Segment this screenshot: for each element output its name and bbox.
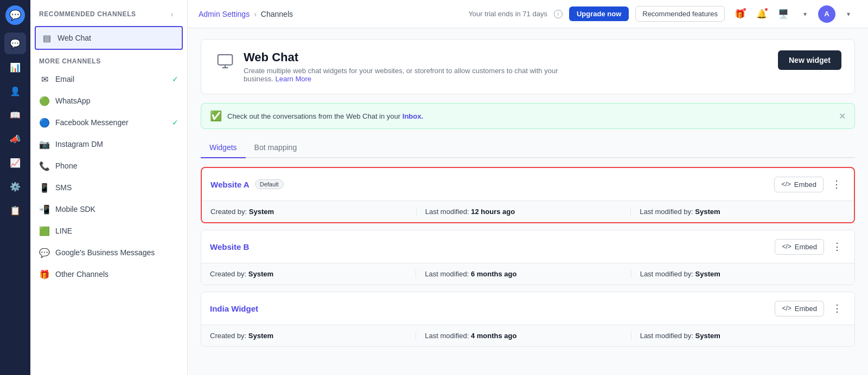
sidebar-item-email[interactable]: ✉ Email ✓	[30, 68, 187, 90]
sidebar-item-web-chat[interactable]: ▤ Web Chat	[35, 26, 183, 50]
more-channels-header: More Channels	[30, 51, 187, 68]
nav-contacts[interactable]: 👤	[4, 80, 26, 102]
recommended-features-button[interactable]: Recommended features	[635, 6, 725, 22]
sidebar-item-mobile-sdk[interactable]: 📲 Mobile SDK	[30, 198, 187, 220]
chevron-down-icon[interactable]: ▾	[796, 5, 814, 23]
learn-more-link[interactable]: Learn More	[276, 75, 311, 83]
main-content: Admin Settings › Channels Your trial end…	[188, 0, 868, 375]
widget-actions-india: </> Embed ⋮	[775, 300, 846, 317]
other-channels-icon: 🎁	[39, 269, 50, 280]
line-icon: 🟩	[39, 225, 50, 236]
svg-rect-0	[218, 55, 233, 65]
last-modified-india: Last modified: 4 months ago	[425, 332, 631, 340]
breadcrumb-admin-settings[interactable]: Admin Settings	[199, 10, 250, 18]
content-area: Web Chat Create multiple web chat widget…	[188, 28, 868, 375]
info-icon[interactable]: i	[554, 10, 563, 18]
facebook-icon: 🔵	[39, 117, 50, 128]
recommended-channels-header: Recommended Channels ‹	[30, 0, 187, 25]
more-button-a[interactable]: ⋮	[828, 176, 845, 193]
created-by-india: Created by: System	[210, 332, 416, 340]
check-circle-icon: ✅	[210, 110, 222, 122]
sidebar-item-line[interactable]: 🟩 LINE	[30, 220, 187, 242]
sidebar-collapse-button[interactable]: ‹	[165, 8, 178, 21]
widget-card-header-a: Website A Default </> Embed ⋮	[202, 168, 854, 201]
page-header: Web Chat Create multiple web chat widget…	[201, 39, 855, 94]
code-icon-india: </>	[782, 305, 791, 312]
more-button-b[interactable]: ⋮	[828, 238, 846, 255]
last-modified-b: Last modified: 6 months ago	[425, 270, 631, 278]
widget-actions-a: </> Embed ⋮	[774, 176, 845, 193]
breadcrumb-channels: Channels	[261, 10, 293, 18]
tab-bot-mapping[interactable]: Bot mapping	[246, 138, 306, 158]
sms-icon: 📱	[39, 182, 50, 193]
nav-reports[interactable]: 📊	[4, 56, 26, 78]
upgrade-button[interactable]: Upgrade now	[569, 7, 629, 21]
embed-button-b[interactable]: </> Embed	[775, 239, 824, 255]
more-button-india[interactable]: ⋮	[828, 300, 846, 317]
last-modified-by-b: Last modified by: System	[640, 270, 846, 278]
nav-help-center[interactable]: 📖	[4, 104, 26, 126]
nav-settings[interactable]: ⚙️	[4, 176, 26, 197]
nav-conversations[interactable]: 💬	[4, 33, 26, 54]
widget-title-india: India Widget	[210, 304, 258, 313]
widget-body-india: Created by: System Last modified: 4 mont…	[201, 325, 854, 346]
header-icons: 🎁 🔔 🖥️ ▾ A ▾	[731, 5, 857, 23]
page-icon	[214, 50, 236, 72]
widget-card-website-a: Website A Default </> Embed ⋮ Created by…	[201, 167, 855, 223]
sidebar-item-other-channels[interactable]: 🎁 Other Channels	[30, 263, 187, 285]
trial-text: Your trial ends in 71 days	[468, 10, 547, 18]
header-right: Your trial ends in 71 days i Upgrade now…	[468, 5, 857, 23]
created-by-a: Created by: System	[210, 208, 417, 216]
google-business-icon: 💬	[39, 247, 50, 258]
tabs: Widgets Bot mapping	[201, 138, 855, 158]
widget-card-header-india: India Widget </> Embed ⋮	[201, 292, 854, 325]
email-icon: ✉	[39, 74, 50, 85]
widget-title-b: Website B	[210, 242, 249, 251]
widget-actions-b: </> Embed ⋮	[775, 238, 846, 255]
info-banner-left: ✅ Check out the conversations from the W…	[210, 110, 423, 122]
nav-analytics[interactable]: 📈	[4, 152, 26, 173]
default-badge: Default	[255, 179, 284, 189]
app-logo[interactable]: 💬	[5, 5, 25, 25]
sidebar: Recommended Channels ‹ ▤ Web Chat More C…	[30, 0, 188, 375]
web-chat-icon: ▤	[41, 33, 52, 43]
widget-body-b: Created by: System Last modified: 6 mont…	[201, 263, 854, 285]
last-modified-by-a: Last modified by: System	[640, 208, 845, 216]
phone-icon: 📞	[39, 160, 50, 171]
sidebar-item-instagram[interactable]: 📷 Instagram DM	[30, 133, 187, 155]
sidebar-item-sms[interactable]: 📱 SMS	[30, 177, 187, 198]
widget-card-header-b: Website B </> Embed ⋮	[201, 230, 854, 263]
page-title-group: Web Chat Create multiple web chat widget…	[244, 50, 569, 83]
sidebar-item-phone[interactable]: 📞 Phone	[30, 155, 187, 177]
inbox-link[interactable]: Inbox.	[403, 112, 423, 120]
created-by-b: Created by: System	[210, 270, 416, 278]
avatar-chevron-icon[interactable]: ▾	[840, 5, 857, 23]
embed-button-a[interactable]: </> Embed	[774, 177, 824, 192]
nav-integrations[interactable]: 📋	[4, 199, 26, 221]
top-header: Admin Settings › Channels Your trial end…	[188, 0, 868, 28]
embed-button-india[interactable]: </> Embed	[775, 301, 824, 316]
monitor-icon[interactable]: 🖥️	[775, 5, 792, 23]
last-modified-by-india: Last modified by: System	[640, 332, 846, 340]
facebook-check-icon: ✓	[172, 118, 178, 127]
info-banner: ✅ Check out the conversations from the W…	[201, 103, 855, 129]
instagram-icon: 📷	[39, 139, 50, 150]
page-description: Create multiple web chat widgets for you…	[244, 67, 569, 83]
gift-icon[interactable]: 🎁	[731, 5, 749, 23]
tab-widgets[interactable]: Widgets	[201, 138, 246, 158]
sidebar-item-google-business[interactable]: 💬 Google's Business Messages	[30, 242, 187, 263]
email-check-icon: ✓	[172, 75, 178, 83]
nav-campaigns[interactable]: 📣	[4, 128, 26, 150]
page-header-left: Web Chat Create multiple web chat widget…	[214, 50, 569, 83]
avatar[interactable]: A	[818, 5, 835, 23]
code-icon-a: </>	[781, 180, 790, 188]
sidebar-item-whatsapp[interactable]: 🟢 WhatsApp	[30, 90, 187, 112]
new-widget-button[interactable]: New widget	[778, 50, 841, 70]
icon-bar: 💬 💬 📊 👤 📖 📣 📈 ⚙️ 📋	[0, 0, 30, 375]
widget-card-website-b: Website B </> Embed ⋮ Created by: System…	[201, 230, 855, 285]
banner-close-button[interactable]: ✕	[839, 111, 846, 121]
breadcrumb-separator: ›	[254, 10, 257, 18]
code-icon-b: </>	[782, 243, 791, 250]
bell-icon[interactable]: 🔔	[753, 5, 770, 23]
sidebar-item-facebook[interactable]: 🔵 Facebook Messenger ✓	[30, 112, 187, 133]
